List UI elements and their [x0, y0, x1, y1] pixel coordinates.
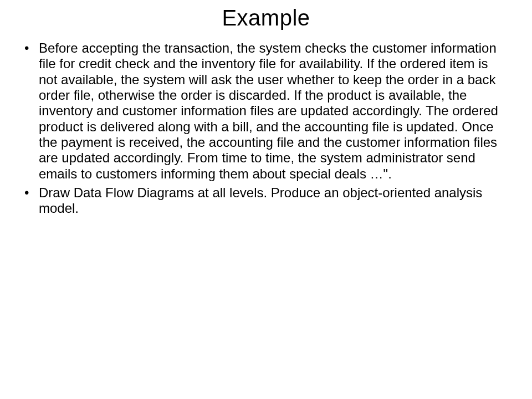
slide-title: Example — [17, 6, 515, 30]
bullet-item: Before accepting the transaction, the sy… — [39, 40, 510, 182]
bullet-list: Before accepting the transaction, the sy… — [39, 40, 510, 216]
slide-content: Before accepting the transaction, the sy… — [17, 40, 515, 216]
slide-container: Example Before accepting the transaction… — [0, 0, 532, 399]
bullet-item: Draw Data Flow Diagrams at all levels. P… — [39, 185, 510, 217]
